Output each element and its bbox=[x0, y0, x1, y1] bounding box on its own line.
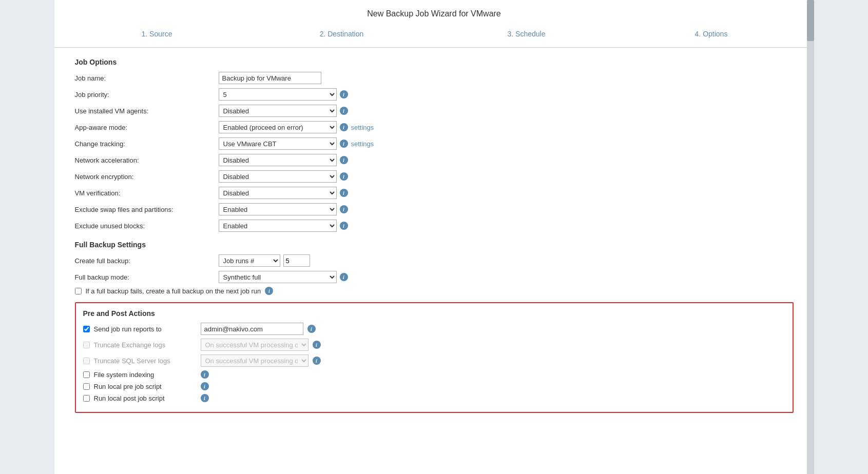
exclude-swap-row: Exclude swap files and partitions: Enabl… bbox=[75, 203, 794, 216]
exclude-unused-row: Exclude unused blocks: Enabled i bbox=[75, 219, 794, 232]
wizard-step-source[interactable]: 1. Source bbox=[65, 26, 249, 42]
change-tracking-row: Change tracking: Use VMware CBT i settin… bbox=[75, 137, 794, 150]
truncate-exchange-label: Truncate Exchange logs bbox=[94, 341, 197, 349]
send-reports-checkbox[interactable] bbox=[83, 326, 90, 332]
vm-verification-info-icon[interactable]: i bbox=[340, 189, 348, 197]
job-options-section-title: Job Options bbox=[75, 58, 794, 66]
wizard-step-options[interactable]: 4. Options bbox=[619, 26, 804, 42]
scrollbar-thumb[interactable] bbox=[807, 0, 814, 41]
network-encryption-control: Disabled i bbox=[219, 170, 348, 183]
scrollbar[interactable] bbox=[807, 0, 814, 474]
network-acceleration-label: Network acceleration: bbox=[75, 156, 219, 164]
truncate-sql-select[interactable]: On successful VM processing only bbox=[201, 354, 308, 367]
vm-agents-info-icon[interactable]: i bbox=[340, 107, 348, 115]
create-full-backup-row: Create full backup: Job runs # bbox=[75, 254, 794, 267]
truncate-exchange-info-icon[interactable]: i bbox=[313, 341, 321, 349]
full-backup-fails-row: If a full backup fails, create a full ba… bbox=[75, 287, 794, 295]
job-priority-control: 5 i bbox=[219, 88, 348, 101]
file-indexing-label: File system indexing bbox=[94, 371, 197, 379]
file-indexing-row: File system indexing i bbox=[83, 370, 785, 379]
app-aware-select[interactable]: Enabled (proceed on error) bbox=[219, 121, 337, 133]
send-reports-label: Send job run reports to bbox=[94, 325, 197, 333]
network-encryption-label: Network encryption: bbox=[75, 173, 219, 181]
create-full-backup-label: Create full backup: bbox=[75, 257, 219, 265]
full-backup-mode-control: Synthetic full i bbox=[219, 271, 348, 283]
create-full-backup-inner: Job runs # bbox=[219, 254, 310, 267]
change-tracking-info-icon[interactable]: i bbox=[340, 140, 348, 148]
page-wrapper: New Backup Job Wizard for VMware 1. Sour… bbox=[0, 0, 868, 474]
exclude-swap-select[interactable]: Enabled bbox=[219, 203, 337, 215]
post-script-row: Run local post job script i bbox=[83, 394, 785, 402]
vm-verification-label: VM verification: bbox=[75, 189, 219, 197]
file-indexing-info-icon[interactable]: i bbox=[201, 370, 209, 379]
truncate-sql-label: Truncate SQL Server logs bbox=[94, 357, 197, 365]
wizard-steps: 1. Source 2. Destination 3. Schedule 4. … bbox=[54, 26, 814, 48]
send-reports-email-input[interactable] bbox=[201, 323, 303, 335]
app-aware-settings-link[interactable]: settings bbox=[351, 124, 374, 131]
job-priority-info-icon[interactable]: i bbox=[340, 90, 348, 98]
full-backup-fails-checkbox[interactable] bbox=[75, 288, 82, 294]
pre-script-label: Run local pre job script bbox=[94, 383, 197, 390]
change-tracking-settings-link[interactable]: settings bbox=[351, 140, 374, 148]
full-backup-mode-select[interactable]: Synthetic full bbox=[219, 271, 337, 283]
app-aware-label: App-aware mode: bbox=[75, 124, 219, 131]
job-name-input[interactable] bbox=[219, 72, 321, 84]
vm-verification-row: VM verification: Disabled i bbox=[75, 186, 794, 200]
network-acceleration-select[interactable]: Disabled bbox=[219, 154, 337, 166]
truncate-exchange-checkbox[interactable] bbox=[83, 342, 90, 348]
create-full-backup-select[interactable]: Job runs # bbox=[219, 254, 280, 267]
exclude-unused-select[interactable]: Enabled bbox=[219, 220, 337, 232]
network-encryption-info-icon[interactable]: i bbox=[340, 172, 348, 181]
full-backup-fails-info-icon[interactable]: i bbox=[265, 287, 273, 295]
pre-post-box: Pre and Post Actions Send job run report… bbox=[75, 302, 794, 413]
vm-verification-select[interactable]: Disabled bbox=[219, 187, 337, 199]
vm-agents-row: Use installed VM agents: Disabled i bbox=[75, 104, 794, 117]
create-full-backup-control: Job runs # bbox=[219, 254, 310, 267]
exclude-swap-label: Exclude swap files and partitions: bbox=[75, 206, 219, 213]
pre-script-row: Run local pre job script i bbox=[83, 382, 785, 390]
job-priority-row: Job priority: 5 i bbox=[75, 88, 794, 101]
create-full-backup-number[interactable] bbox=[283, 254, 310, 267]
change-tracking-select[interactable]: Use VMware CBT bbox=[219, 137, 337, 150]
full-backup-mode-info-icon[interactable]: i bbox=[340, 273, 348, 281]
truncate-exchange-row: Truncate Exchange logs On successful VM … bbox=[83, 339, 785, 351]
app-aware-info-icon[interactable]: i bbox=[340, 123, 348, 131]
truncate-exchange-select[interactable]: On successful VM processing only bbox=[201, 339, 308, 351]
job-name-label: Job name: bbox=[75, 74, 219, 82]
job-name-row: Job name: bbox=[75, 71, 794, 85]
change-tracking-label: Change tracking: bbox=[75, 140, 219, 148]
network-acceleration-info-icon[interactable]: i bbox=[340, 156, 348, 164]
full-backup-fails-label: If a full backup fails, create a full ba… bbox=[86, 287, 261, 295]
post-script-checkbox[interactable] bbox=[83, 395, 90, 402]
pre-script-info-icon[interactable]: i bbox=[201, 382, 209, 390]
pre-script-checkbox[interactable] bbox=[83, 383, 90, 390]
main-container: New Backup Job Wizard for VMware 1. Sour… bbox=[54, 0, 814, 474]
content-area: Job Options Job name: Job priority: 5 i bbox=[54, 58, 814, 423]
vm-verification-control: Disabled i bbox=[219, 187, 348, 199]
job-priority-select[interactable]: 5 bbox=[219, 88, 337, 101]
job-name-control bbox=[219, 72, 321, 84]
exclude-unused-label: Exclude unused blocks: bbox=[75, 222, 219, 230]
pre-post-section-title: Pre and Post Actions bbox=[83, 309, 785, 318]
network-encryption-row: Network encryption: Disabled i bbox=[75, 170, 794, 183]
post-script-info-icon[interactable]: i bbox=[201, 394, 209, 402]
vm-agents-control: Disabled i bbox=[219, 105, 348, 117]
wizard-step-schedule[interactable]: 3. Schedule bbox=[434, 26, 619, 42]
full-backup-section-title: Full Backup Settings bbox=[75, 241, 794, 249]
job-priority-label: Job priority: bbox=[75, 91, 219, 98]
wizard-step-destination[interactable]: 2. Destination bbox=[249, 26, 434, 42]
network-encryption-select[interactable]: Disabled bbox=[219, 170, 337, 183]
exclude-swap-control: Enabled i bbox=[219, 203, 348, 215]
vm-agents-label: Use installed VM agents: bbox=[75, 107, 219, 115]
exclude-unused-info-icon[interactable]: i bbox=[340, 222, 348, 230]
change-tracking-control: Use VMware CBT i settings bbox=[219, 137, 374, 150]
truncate-sql-info-icon[interactable]: i bbox=[313, 357, 321, 365]
exclude-unused-control: Enabled i bbox=[219, 220, 348, 232]
send-reports-info-icon[interactable]: i bbox=[307, 325, 316, 333]
truncate-sql-row: Truncate SQL Server logs On successful V… bbox=[83, 354, 785, 367]
send-reports-row: Send job run reports to i bbox=[83, 323, 785, 335]
vm-agents-select[interactable]: Disabled bbox=[219, 105, 337, 117]
exclude-swap-info-icon[interactable]: i bbox=[340, 205, 348, 213]
file-indexing-checkbox[interactable] bbox=[83, 371, 90, 378]
truncate-sql-checkbox[interactable] bbox=[83, 358, 90, 364]
